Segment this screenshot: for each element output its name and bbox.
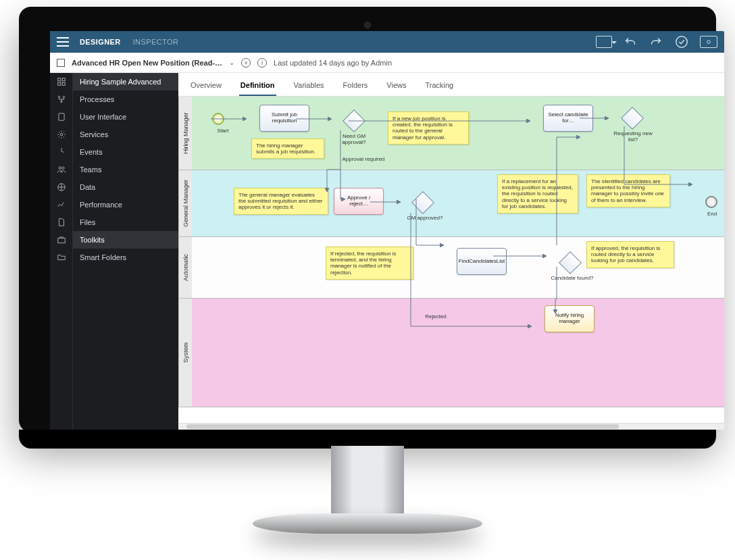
- svg-point-10: [60, 133, 63, 136]
- end-event[interactable]: [705, 196, 717, 208]
- undo-icon[interactable]: [623, 34, 638, 49]
- tab-overview[interactable]: Overview: [189, 77, 223, 96]
- sidebar-data-icon[interactable]: [50, 178, 72, 196]
- mode-designer-tab[interactable]: DESIGNER: [78, 35, 122, 49]
- svg-rect-9: [58, 113, 64, 121]
- sidebar-item-hiring-sample-advanced[interactable]: Hiring Sample Advanced: [73, 73, 178, 91]
- close-icon[interactable]: ×: [241, 58, 251, 68]
- gateway-requesting-label: Requesting new list?: [609, 130, 657, 143]
- screenshot-dropdown-icon[interactable]: [596, 36, 612, 48]
- svg-point-11: [58, 167, 61, 170]
- lane-header-hiring-manager[interactable]: Hiring Manager: [178, 97, 192, 170]
- lane-header-automatic[interactable]: Automatic: [178, 237, 192, 298]
- sidebar-teams-icon[interactable]: [50, 161, 72, 178]
- sidebar-icon-rail: [50, 73, 73, 430]
- sidebar-item-user-interface[interactable]: User Interface: [73, 108, 178, 126]
- svg-rect-4: [57, 82, 60, 85]
- editor-tabs: OverviewDefinitionVariablesFoldersViewsT…: [178, 73, 724, 97]
- sidebar-services-gear-icon[interactable]: [50, 126, 72, 143]
- scrollbar-thumb[interactable]: [186, 424, 619, 429]
- task-notify-hiring-manager[interactable]: Notify hiring manager: [544, 305, 594, 332]
- sidebar-item-teams[interactable]: Teams: [73, 161, 178, 178]
- note-5[interactable]: If a replacement for an existing positio…: [497, 174, 578, 213]
- task-submit-requisition[interactable]: Submit job requisition: [259, 105, 309, 132]
- note-4[interactable]: If rejected, the requisition is terminat…: [326, 247, 413, 280]
- tab-folders[interactable]: Folders: [342, 77, 370, 96]
- process-type-icon: [57, 59, 65, 67]
- bpmn-canvas[interactable]: Hiring Manager Start Submit job requisit…: [178, 97, 724, 423]
- last-updated-text: Last updated 14 days ago by Admin: [274, 59, 392, 67]
- svg-rect-5: [62, 82, 65, 85]
- edge-approval-required: Approval required: [336, 156, 390, 162]
- validate-check-icon[interactable]: [674, 34, 689, 49]
- gateway-gm-approved[interactable]: [411, 191, 434, 214]
- info-icon[interactable]: i: [257, 58, 267, 68]
- process-name: Advanced HR Open New Position (Read-…: [72, 59, 222, 67]
- lane-header-general-manager[interactable]: General Manager: [178, 170, 192, 236]
- svg-point-7: [63, 96, 64, 97]
- redo-icon[interactable]: [649, 34, 663, 49]
- gateway-candidate-found[interactable]: [559, 251, 582, 274]
- sidebar-process-icon[interactable]: [50, 91, 72, 108]
- process-title-bar: Advanced HR Open New Position (Read-… ⌄ …: [50, 53, 724, 73]
- svg-point-0: [676, 36, 688, 48]
- lane-header-system[interactable]: System: [178, 299, 192, 407]
- note-6[interactable]: The identified candidates are presented …: [586, 174, 670, 207]
- sidebar-apps-icon[interactable]: [50, 73, 72, 91]
- sidebar-item-performance[interactable]: Performance: [73, 196, 178, 213]
- gateway-gm-approved-label: GM approved?: [401, 215, 449, 221]
- sidebar-folder-icon[interactable]: [50, 249, 72, 266]
- svg-point-8: [60, 101, 61, 102]
- svg-point-1: [707, 41, 711, 44]
- tab-tracking[interactable]: Tracking: [424, 77, 455, 96]
- end-label: End: [699, 211, 724, 217]
- mode-inspector-tab[interactable]: INSPECTOR: [132, 35, 180, 49]
- svg-rect-3: [62, 78, 65, 81]
- gateway-candidate-found-label: Candidate found?: [549, 275, 596, 281]
- top-app-bar: DESIGNER INSPECTOR: [50, 31, 724, 53]
- process-dropdown-chevron-icon[interactable]: ⌄: [229, 59, 234, 66]
- svg-point-12: [61, 167, 64, 170]
- snapshot-icon[interactable]: [700, 36, 717, 48]
- sidebar-toolkit-icon[interactable]: [50, 231, 72, 249]
- sidebar-item-smart-folders[interactable]: Smart Folders: [73, 249, 178, 266]
- note-1[interactable]: The hiring manager submits a job requisi…: [251, 138, 324, 159]
- sidebar-nav-list: Hiring Sample AdvancedProcessesUser Inte…: [73, 73, 178, 430]
- sidebar-performance-icon[interactable]: [50, 196, 72, 213]
- gateway-need-gm-label: Need GM approval?: [334, 133, 374, 145]
- sidebar-item-services[interactable]: Services: [73, 126, 178, 143]
- tab-definition[interactable]: Definition: [239, 77, 276, 96]
- sidebar-file-icon[interactable]: [50, 213, 72, 231]
- sidebar-item-processes[interactable]: Processes: [73, 91, 178, 108]
- sidebar-events-icon[interactable]: [50, 143, 72, 161]
- gateway-need-gm[interactable]: [343, 109, 365, 132]
- svg-rect-2: [57, 78, 60, 81]
- webcam: [364, 22, 371, 28]
- task-approve-reject[interactable]: Approve / reject…: [334, 188, 384, 215]
- note-2[interactable]: If a new job position is created, the re…: [388, 111, 469, 145]
- sidebar-item-data[interactable]: Data: [73, 178, 178, 196]
- note-7[interactable]: If approved, the requisition is routed d…: [586, 241, 674, 268]
- tab-variables[interactable]: Variables: [293, 77, 326, 96]
- start-event[interactable]: [212, 113, 224, 125]
- left-sidebar: Hiring Sample AdvancedProcessesUser Inte…: [50, 73, 178, 430]
- task-find-candidates[interactable]: FindCandidatesList: [457, 248, 507, 275]
- sidebar-item-files[interactable]: Files: [73, 213, 178, 231]
- edge-rejected: Rejected: [419, 313, 453, 320]
- task-select-candidate[interactable]: Select candidate for…: [543, 105, 593, 132]
- note-3[interactable]: The general manager evaluates the submit…: [234, 188, 328, 215]
- horizontal-scrollbar[interactable]: [178, 423, 724, 430]
- sidebar-item-events[interactable]: Events: [73, 143, 178, 161]
- sidebar-ui-icon[interactable]: [50, 108, 72, 126]
- menu-hamburger-icon[interactable]: [57, 37, 69, 47]
- start-label: Start: [203, 128, 243, 134]
- svg-rect-13: [57, 238, 65, 243]
- gateway-requesting[interactable]: [621, 107, 644, 130]
- tab-views[interactable]: Views: [385, 77, 407, 96]
- svg-point-6: [58, 96, 59, 97]
- sidebar-item-toolkits[interactable]: Toolkits: [73, 231, 178, 249]
